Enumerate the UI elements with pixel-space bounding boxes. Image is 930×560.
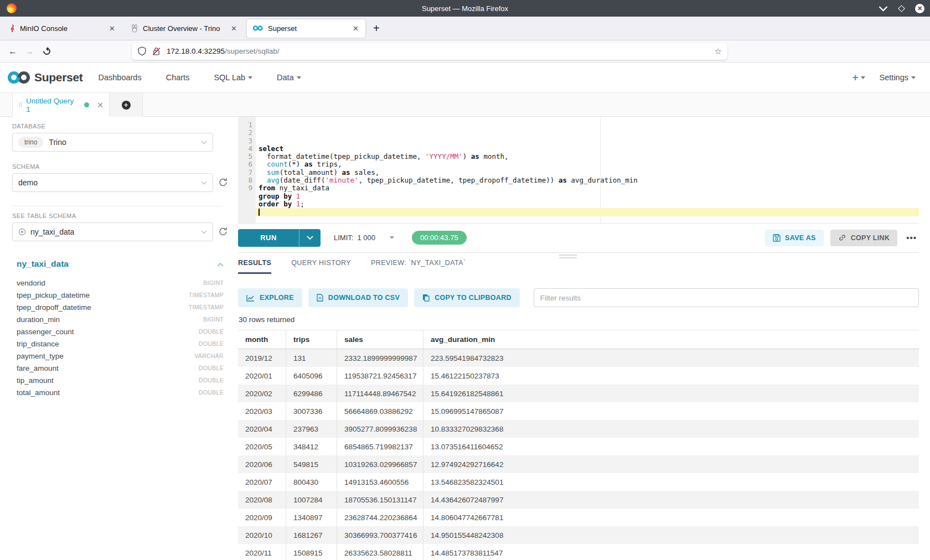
tab-close-icon[interactable]: ✕ (230, 24, 238, 33)
browser-urlbar: ← → 172.18.0.4:32295/superset/sqllab/ ☆ … (0, 40, 930, 63)
nav-data[interactable]: Data (277, 73, 301, 82)
browser-tab-superset[interactable]: Superset ✕ (247, 19, 365, 38)
nav-sql-lab[interactable]: SQL Lab (214, 73, 252, 82)
bookmark-star-icon[interactable]: ☆ (715, 46, 722, 56)
lock-insecure-icon[interactable] (152, 46, 161, 56)
window-maximize-icon[interactable] (898, 5, 905, 12)
filter-results-input[interactable] (534, 288, 919, 307)
code-line[interactable]: sum(total_amount) as sales, (256, 169, 919, 177)
new-tab-button[interactable]: + (373, 22, 380, 35)
reload-icon[interactable] (42, 46, 51, 56)
column-header[interactable]: sales (337, 330, 423, 349)
table-row[interactable]: 2020/0654981510319263.02996685712.974924… (238, 455, 919, 473)
brand-name: Superset (34, 71, 82, 84)
shield-icon[interactable] (137, 46, 147, 56)
run-split-button[interactable]: RUN (238, 229, 321, 247)
results-table[interactable]: monthtripssalesavg_duration_min2019/1213… (238, 330, 919, 560)
add-query-tab-button[interactable]: + (110, 93, 143, 117)
copy-link-button[interactable]: COPY LINK (830, 230, 898, 246)
browser-tab-minio[interactable]: MinIO Console ✕ (3, 19, 122, 38)
back-icon[interactable]: ← (4, 46, 21, 56)
run-button[interactable]: RUN (238, 229, 299, 247)
code-line[interactable]: format_datetime(tpep_pickup_datetime, 'Y… (256, 153, 919, 160)
table-row[interactable]: 2020/016405096119538721.9245631715.46122… (238, 367, 919, 385)
code-line[interactable]: avg(date_diff('minute', tpep_pickup_date… (256, 177, 919, 184)
schema-select[interactable]: demo (12, 173, 213, 192)
table-row[interactable]: 2020/08100728418705536.15013114714.43642… (238, 491, 919, 509)
schema-label: SCHEMA (12, 163, 39, 170)
pane-drag-handle[interactable] (559, 255, 577, 260)
column-header[interactable]: month (238, 330, 286, 349)
table-cell: 2020/11 (238, 544, 286, 560)
code-line[interactable] (256, 208, 919, 216)
table-cell: 3007336 (286, 402, 337, 420)
settings-menu[interactable]: Settings (880, 73, 916, 82)
tab-label: Cluster Overview - Trino (143, 24, 230, 33)
nav-charts[interactable]: Charts (166, 73, 190, 82)
refresh-schema-icon[interactable] (218, 177, 228, 188)
table-row[interactable]: 2020/053484126854865.71998213713.0735164… (238, 438, 919, 455)
table-row[interactable]: 2020/11150891526335623.5802881114.485173… (238, 544, 919, 560)
table-cell: 2020/03 (238, 402, 286, 420)
schema-column-row[interactable]: payment_typeVARCHAR (17, 350, 224, 362)
drag-grip-icon[interactable]: ⠿ (18, 102, 22, 108)
table-schema-select[interactable]: ny_taxi_data (12, 222, 213, 241)
window-minimize-icon[interactable] (879, 4, 888, 13)
column-header[interactable]: avg_duration_min (423, 330, 919, 349)
query-tab-untitled[interactable]: ⠿ Untitled Query 1 ✕ (12, 93, 110, 117)
browser-tab-trino[interactable]: Cluster Overview - Trino ✕ (125, 19, 244, 38)
table-cell: 14.485173783811547 (423, 544, 919, 560)
schema-column-row[interactable]: fare_amountDOUBLE (17, 362, 224, 374)
tab-close-icon[interactable]: ✕ (108, 24, 116, 33)
new-item-button[interactable]: + (852, 71, 865, 84)
sql-editor[interactable]: 123456789 select format_datetime(tpep_pi… (238, 117, 919, 223)
copy-clipboard-button[interactable]: COPY TO CLIPBOARD (414, 288, 520, 307)
table-row[interactable]: 2020/10168126730366993.70037741614.95015… (238, 526, 919, 544)
tab-results[interactable]: RESULTS (238, 259, 271, 274)
nav-dashboards[interactable]: Dashboards (98, 73, 141, 82)
code-line[interactable]: group by 1 (256, 193, 919, 200)
schema-column-row[interactable]: tpep_dropoff_datetimeTIMESTAMP (17, 301, 224, 313)
tab-preview[interactable]: PREVIEW: `NY_TAXI_DATA` (371, 259, 466, 274)
editor-code[interactable]: select format_datetime(tpep_pickup_datet… (256, 117, 919, 223)
refresh-table-icon[interactable] (218, 226, 228, 237)
schema-column-row[interactable]: vendoridBIGINT (17, 277, 224, 289)
table-cell: 1508915 (286, 544, 337, 560)
run-options-button[interactable] (299, 229, 321, 247)
url-field[interactable]: 172.18.0.4:32295/superset/sqllab/ ☆ (132, 43, 727, 60)
schema-column-row[interactable]: trip_distanceDOUBLE (17, 338, 224, 350)
save-as-button[interactable]: SAVE AS (765, 230, 824, 246)
schema-column-row[interactable]: total_amountDOUBLE (17, 386, 224, 398)
download-csv-button[interactable]: DOWNLOAD TO CSV (308, 288, 408, 307)
query-tab-close-icon[interactable]: ✕ (97, 101, 104, 110)
more-actions-button[interactable]: ••• (904, 233, 919, 242)
schema-column-row[interactable]: tip_amountDOUBLE (17, 374, 224, 386)
explore-button[interactable]: EXPLORE (238, 288, 302, 307)
table-row[interactable]: 2020/0780043014913153.460055613.54682358… (238, 473, 919, 491)
database-engine-badge: trino (18, 137, 43, 148)
collapse-table-icon[interactable] (217, 262, 224, 267)
code-line[interactable]: count(*) as trips, (256, 160, 919, 168)
table-title[interactable]: ny_taxi_data (17, 259, 69, 269)
superset-logo[interactable]: Superset (7, 71, 82, 84)
column-header[interactable]: trips (286, 330, 337, 349)
column-type: TIMESTAMP (189, 304, 224, 310)
code-line[interactable]: from ny_taxi_data (256, 184, 919, 192)
window-close-icon[interactable]: ✕ (915, 4, 924, 13)
limit-dropdown[interactable]: LIMIT: 1 000 (334, 234, 394, 242)
table-row[interactable]: 2020/026299486117114448.8946754215.64192… (238, 385, 919, 402)
tab-query-history[interactable]: QUERY HISTORY (291, 259, 351, 274)
schema-column-row[interactable]: duration_minBIGINT (17, 313, 224, 325)
schema-column-row[interactable]: tpep_pickup_datetimeTIMESTAMP (17, 289, 224, 301)
column-name: tip_amount (17, 376, 54, 385)
table-row[interactable]: 2020/03300733656664869.0388629215.096995… (238, 402, 919, 420)
forward-icon[interactable]: → (21, 46, 38, 56)
code-line[interactable]: select (256, 145, 919, 153)
table-row[interactable]: 2020/09134089723628744.22023686414.80604… (238, 509, 919, 526)
table-row[interactable]: 2019/121312332.1899999999987223.59541984… (238, 349, 919, 367)
schema-column-row[interactable]: passenger_countDOUBLE (17, 325, 224, 338)
table-row[interactable]: 2020/042379633905277.809993623810.833327… (238, 420, 919, 438)
code-line[interactable]: order by 1; (256, 200, 919, 208)
database-select[interactable]: trino Trino (12, 133, 213, 152)
tab-close-icon[interactable]: ✕ (352, 24, 360, 33)
